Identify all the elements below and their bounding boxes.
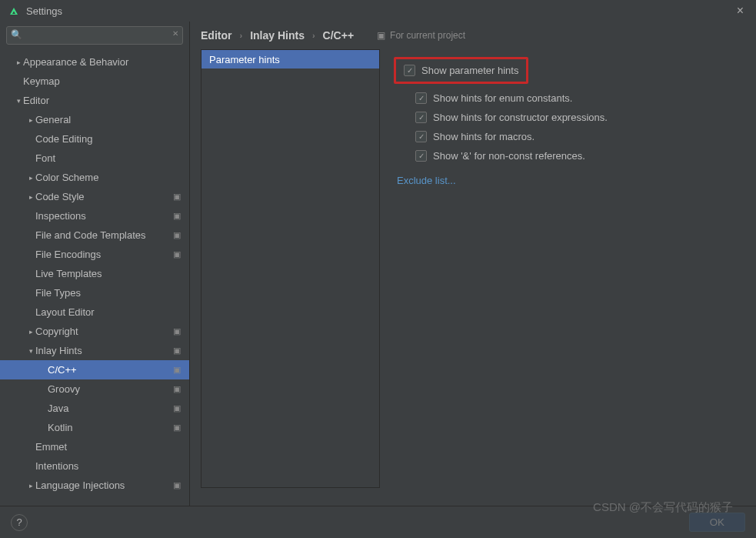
breadcrumb-part: C/C++: [323, 29, 354, 42]
project-scope-icon: ▣: [171, 480, 183, 490]
sidebar-item-emmet[interactable]: Emmet: [0, 437, 189, 456]
sidebar-item-file-and-code-templates[interactable]: File and Code Templates▣: [0, 226, 189, 245]
highlighted-option: Show parameter hints: [394, 57, 528, 84]
sidebar-item-label: Font: [35, 152, 183, 164]
project-scope-icon: ▣: [171, 211, 183, 221]
sidebar-item-label: File Types: [35, 287, 183, 299]
titlebar: Settings ×: [0, 0, 756, 22]
sidebar-item-inspections[interactable]: Inspections▣: [0, 206, 189, 226]
checkbox[interactable]: [404, 65, 415, 76]
android-studio-icon: [8, 5, 20, 17]
project-scope-icon: ▣: [171, 230, 183, 240]
sidebar-item-label: Layout Editor: [35, 306, 183, 318]
checkbox[interactable]: [415, 92, 427, 104]
sidebar-item-label: Live Templates: [35, 268, 183, 279]
sidebar-item-language-injections[interactable]: ▸Language Injections▣: [0, 476, 189, 495]
settings-sidebar: 🔍 ✕ ▸Appearance & BehaviorKeymap▾Editor▸…: [0, 22, 190, 506]
option-row: Show hints for enum constants.: [394, 89, 731, 108]
breadcrumb-part: Editor: [201, 29, 231, 42]
ok-button[interactable]: OK: [689, 513, 745, 532]
sidebar-item-file-encodings[interactable]: File Encodings▣: [0, 245, 189, 264]
clear-search-icon[interactable]: ✕: [172, 29, 178, 38]
scope-label: For current project: [390, 30, 465, 41]
checkbox[interactable]: [415, 131, 427, 142]
option-label: Show parameter hints: [421, 65, 518, 76]
sidebar-item-label: Copyright: [35, 326, 171, 337]
sidebar-item-label: Appearance & Behavior: [23, 56, 183, 68]
list-item[interactable]: Parameter hints: [201, 50, 379, 69]
sidebar-item-intentions[interactable]: Intentions: [0, 456, 189, 476]
sidebar-item-label: Inlay Hints: [35, 345, 171, 356]
window-title: Settings: [26, 5, 62, 17]
sidebar-item-label: Code Style: [35, 191, 171, 202]
dialog-footer: ? OK: [0, 506, 756, 538]
chevron-right-icon: ▸: [14, 58, 23, 66]
sidebar-item-code-style[interactable]: ▸Code Style▣: [0, 187, 189, 206]
project-scope-icon: ▣: [171, 403, 183, 413]
exclude-list-link[interactable]: Exclude list...: [394, 165, 456, 186]
chevron-down-icon: ▾: [26, 347, 35, 355]
sidebar-item-label: Groovy: [48, 383, 171, 395]
checkbox[interactable]: [415, 150, 427, 162]
search-input[interactable]: [6, 26, 183, 45]
project-scope-icon: ▣: [171, 346, 183, 356]
hints-list[interactable]: Parameter hints: [201, 49, 380, 488]
project-scope-icon: ▣: [171, 423, 183, 433]
settings-tree[interactable]: ▸Appearance & BehaviorKeymap▾Editor▸Gene…: [0, 49, 189, 506]
checkbox[interactable]: [415, 112, 427, 123]
project-scope-icon: ▣: [171, 365, 183, 375]
chevron-down-icon: ▾: [14, 97, 23, 105]
chevron-right-icon: ›: [239, 31, 242, 40]
sidebar-item-label: Emmet: [35, 441, 183, 453]
chevron-right-icon: ▸: [26, 482, 35, 490]
search-icon: 🔍: [11, 29, 22, 40]
sidebar-item-label: Editor: [23, 95, 183, 106]
project-scope-icon: ▣: [377, 30, 385, 41]
chevron-right-icon: ›: [312, 31, 315, 40]
sidebar-item-editor[interactable]: ▾Editor: [0, 91, 189, 110]
sidebar-item-inlay-hints[interactable]: ▾Inlay Hints▣: [0, 341, 189, 360]
option-label: Show hints for enum constants.: [433, 92, 572, 104]
project-scope-icon: ▣: [171, 192, 183, 202]
sidebar-item-label: File Encodings: [35, 249, 171, 260]
sidebar-item-code-editing[interactable]: Code Editing: [0, 129, 189, 149]
chevron-right-icon: ▸: [26, 193, 35, 201]
sidebar-item-color-scheme[interactable]: ▸Color Scheme: [0, 168, 189, 187]
option-label: Show hints for constructor expressions.: [433, 112, 608, 123]
help-button[interactable]: ?: [11, 514, 28, 531]
options-panel: Show parameter hints Show hints for enum…: [380, 49, 745, 506]
sidebar-item-label: Code Editing: [35, 133, 183, 145]
list-item-label: Parameter hints: [209, 54, 280, 65]
sidebar-item-java[interactable]: Java▣: [0, 399, 189, 418]
sidebar-item-label: Language Injections: [35, 480, 171, 491]
sidebar-item-live-templates[interactable]: Live Templates: [0, 264, 189, 283]
sidebar-item-label: C/C++: [48, 364, 171, 376]
breadcrumb-part: Inlay Hints: [250, 29, 305, 42]
sidebar-item-layout-editor[interactable]: Layout Editor: [0, 302, 189, 322]
sidebar-item-kotlin[interactable]: Kotlin▣: [0, 418, 189, 437]
chevron-right-icon: ▸: [26, 328, 35, 336]
sidebar-item-file-types[interactable]: File Types: [0, 283, 189, 302]
sidebar-item-label: Color Scheme: [35, 172, 183, 183]
sidebar-item-groovy[interactable]: Groovy▣: [0, 379, 189, 399]
sidebar-item-c-c-[interactable]: C/C++▣: [0, 360, 189, 379]
sidebar-item-appearance-behavior[interactable]: ▸Appearance & Behavior: [0, 52, 189, 72]
sidebar-item-label: File and Code Templates: [35, 229, 171, 241]
option-label: Show '&' for non-const references.: [433, 150, 585, 162]
sidebar-item-label: Inspections: [35, 210, 171, 222]
breadcrumb: Editor › Inlay Hints › C/C++ ▣ For curre…: [201, 29, 745, 49]
option-row: Show hints for constructor expressions.: [394, 108, 731, 127]
option-label: Show hints for macros.: [433, 131, 535, 142]
option-row: Show hints for macros.: [394, 127, 731, 146]
project-scope-icon: ▣: [171, 249, 183, 259]
chevron-right-icon: ▸: [26, 174, 35, 182]
sidebar-item-general[interactable]: ▸General: [0, 110, 189, 129]
close-icon[interactable]: ×: [732, 4, 748, 18]
sidebar-item-font[interactable]: Font: [0, 149, 189, 168]
sidebar-item-label: Keymap: [23, 75, 183, 87]
sidebar-item-keymap[interactable]: Keymap: [0, 72, 189, 91]
project-scope-icon: ▣: [171, 326, 183, 336]
chevron-right-icon: ▸: [26, 116, 35, 124]
sidebar-item-copyright[interactable]: ▸Copyright▣: [0, 322, 189, 341]
sidebar-item-label: Java: [48, 403, 171, 414]
